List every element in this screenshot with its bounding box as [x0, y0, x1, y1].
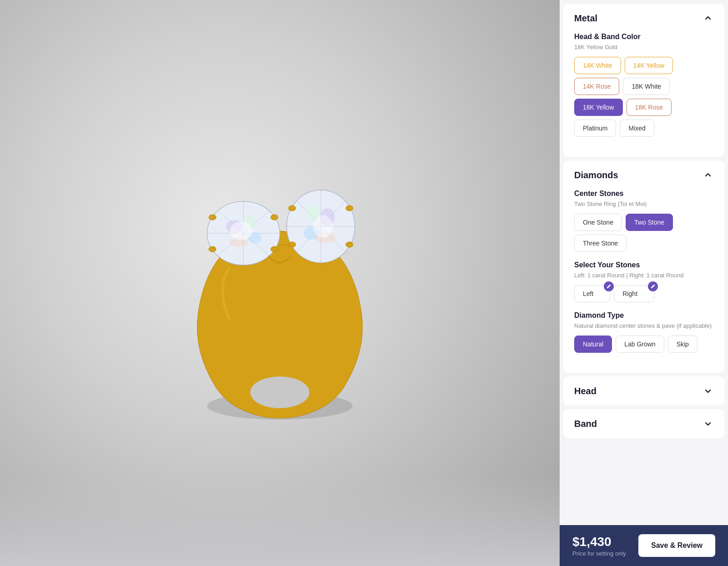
metal-section: Metal Head & Band Color 18K Yellow Gold …: [563, 4, 724, 157]
footer-bar: $1,430 Price for setting only Save & Rev…: [560, 525, 728, 566]
natural-diamond-btn[interactable]: Natural: [574, 336, 612, 353]
save-review-button[interactable]: Save & Review: [638, 534, 715, 557]
svg-point-1: [250, 376, 309, 408]
metal-field-label: Head & Band Color: [574, 33, 713, 41]
metal-chevron-icon: [703, 13, 713, 24]
right-stone-edit-icon: [648, 281, 658, 291]
diamonds-section-title: Diamonds: [574, 170, 618, 180]
band-chevron-icon: [703, 418, 713, 429]
select-stones-label: Select Your Stones: [574, 261, 713, 269]
head-chevron-icon: [703, 386, 713, 396]
svg-point-26: [288, 205, 296, 211]
lab-grown-btn[interactable]: Lab Grown: [616, 336, 664, 353]
metal-platinum-btn[interactable]: Platinum: [574, 120, 616, 137]
stone-select-options: Left Right: [574, 285, 713, 302]
skip-diamond-btn[interactable]: Skip: [668, 336, 698, 353]
diamonds-section-header[interactable]: Diamonds: [563, 160, 724, 190]
config-panel: Metal Head & Band Color 18K Yellow Gold …: [560, 0, 728, 566]
ring-image: [139, 124, 421, 442]
left-stone-edit-icon: [604, 281, 614, 291]
head-section-header[interactable]: Head: [563, 376, 724, 406]
diamonds-section-content: Center Stones Two Stone Ring (Toi et Moi…: [563, 190, 724, 373]
diamond-type-sublabel: Natural diamond center stones & pave (if…: [574, 322, 713, 329]
metal-color-options: 14K White 14K Yellow 14K Rose 18K White …: [574, 57, 713, 137]
diamond-type-label: Diamond Type: [574, 311, 713, 320]
band-section-header[interactable]: Band: [563, 409, 724, 438]
ring-viewer: [0, 0, 560, 566]
svg-point-12: [209, 215, 216, 220]
svg-point-13: [271, 215, 278, 220]
svg-point-15: [271, 246, 278, 252]
metal-field-sublabel: 18K Yellow Gold: [574, 44, 713, 50]
band-section-title: Band: [574, 419, 597, 429]
price-amount: $1,430: [572, 535, 626, 549]
metal-section-content: Head & Band Color 18K Yellow Gold 14K Wh…: [563, 33, 724, 157]
metal-18k-yellow-btn[interactable]: 18K Yellow: [574, 99, 623, 116]
left-stone-wrapper: Left: [574, 285, 610, 302]
select-stones-sublabel: Left: 1 carat Round | Right: 1 carat Rou…: [574, 272, 713, 279]
svg-point-27: [346, 205, 353, 211]
diamond-type-options: Natural Lab Grown Skip: [574, 336, 713, 353]
center-stones-options: One Stone Two Stone Three Stone: [574, 214, 713, 252]
three-stone-btn[interactable]: Three Stone: [574, 235, 627, 252]
one-stone-btn[interactable]: One Stone: [574, 214, 622, 231]
two-stone-btn[interactable]: Two Stone: [626, 214, 673, 231]
svg-point-14: [209, 246, 216, 252]
price-note: Price for setting only: [572, 550, 626, 557]
diamonds-section: Diamonds Center Stones Two Stone Ring (T…: [563, 160, 724, 373]
price-block: $1,430 Price for setting only: [572, 535, 626, 557]
center-stones-sublabel: Two Stone Ring (Toi et Moi): [574, 200, 713, 207]
head-section-title: Head: [574, 386, 597, 396]
metal-14k-yellow-btn[interactable]: 14K Yellow: [625, 57, 673, 74]
metal-section-header[interactable]: Metal: [563, 4, 724, 33]
diamonds-chevron-icon: [703, 170, 713, 180]
svg-point-11: [230, 222, 253, 240]
metal-18k-rose-btn[interactable]: 18K Rose: [627, 99, 672, 116]
metal-14k-white-btn[interactable]: 14K White: [574, 57, 621, 74]
svg-point-28: [288, 242, 296, 247]
metal-mixed-btn[interactable]: Mixed: [620, 120, 654, 137]
metal-section-title: Metal: [574, 13, 597, 24]
head-section: Head: [563, 376, 724, 406]
metal-14k-rose-btn[interactable]: 14K Rose: [574, 78, 619, 95]
svg-point-29: [346, 242, 353, 247]
svg-point-25: [313, 215, 333, 238]
band-section: Band: [563, 409, 724, 438]
center-stones-label: Center Stones: [574, 190, 713, 198]
metal-18k-white-btn[interactable]: 18K White: [623, 78, 670, 95]
right-stone-wrapper: Right: [614, 285, 654, 302]
